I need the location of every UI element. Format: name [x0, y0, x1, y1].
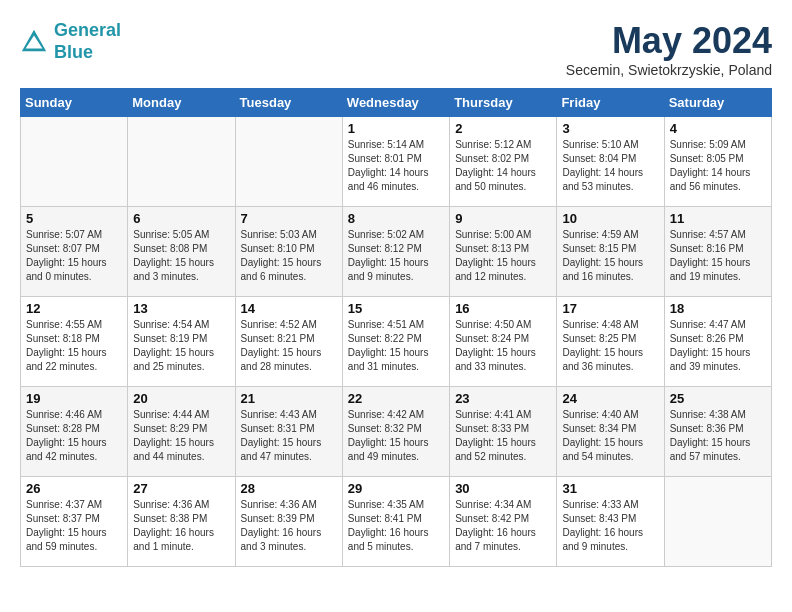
logo: General Blue	[20, 20, 121, 63]
calendar-cell: 5Sunrise: 5:07 AM Sunset: 8:07 PM Daylig…	[21, 207, 128, 297]
day-number: 23	[455, 391, 551, 406]
calendar-cell: 31Sunrise: 4:33 AM Sunset: 8:43 PM Dayli…	[557, 477, 664, 567]
day-number: 26	[26, 481, 122, 496]
calendar-cell: 6Sunrise: 5:05 AM Sunset: 8:08 PM Daylig…	[128, 207, 235, 297]
calendar-week-1: 1Sunrise: 5:14 AM Sunset: 8:01 PM Daylig…	[21, 117, 772, 207]
day-number: 12	[26, 301, 122, 316]
day-info: Sunrise: 4:42 AM Sunset: 8:32 PM Dayligh…	[348, 408, 444, 464]
calendar-cell: 28Sunrise: 4:36 AM Sunset: 8:39 PM Dayli…	[235, 477, 342, 567]
day-info: Sunrise: 5:12 AM Sunset: 8:02 PM Dayligh…	[455, 138, 551, 194]
day-number: 1	[348, 121, 444, 136]
calendar-table: SundayMondayTuesdayWednesdayThursdayFrid…	[20, 88, 772, 567]
calendar-cell: 15Sunrise: 4:51 AM Sunset: 8:22 PM Dayli…	[342, 297, 449, 387]
calendar-cell: 30Sunrise: 4:34 AM Sunset: 8:42 PM Dayli…	[450, 477, 557, 567]
day-number: 20	[133, 391, 229, 406]
day-number: 28	[241, 481, 337, 496]
day-info: Sunrise: 5:14 AM Sunset: 8:01 PM Dayligh…	[348, 138, 444, 194]
logo-line2: Blue	[54, 42, 93, 62]
day-number: 22	[348, 391, 444, 406]
day-info: Sunrise: 4:40 AM Sunset: 8:34 PM Dayligh…	[562, 408, 658, 464]
day-info: Sunrise: 4:35 AM Sunset: 8:41 PM Dayligh…	[348, 498, 444, 554]
calendar-cell: 12Sunrise: 4:55 AM Sunset: 8:18 PM Dayli…	[21, 297, 128, 387]
calendar-cell: 23Sunrise: 4:41 AM Sunset: 8:33 PM Dayli…	[450, 387, 557, 477]
day-info: Sunrise: 4:47 AM Sunset: 8:26 PM Dayligh…	[670, 318, 766, 374]
day-info: Sunrise: 4:34 AM Sunset: 8:42 PM Dayligh…	[455, 498, 551, 554]
day-number: 24	[562, 391, 658, 406]
day-number: 9	[455, 211, 551, 226]
day-info: Sunrise: 4:33 AM Sunset: 8:43 PM Dayligh…	[562, 498, 658, 554]
calendar-cell: 2Sunrise: 5:12 AM Sunset: 8:02 PM Daylig…	[450, 117, 557, 207]
title-block: May 2024 Secemin, Swietokrzyskie, Poland	[566, 20, 772, 78]
day-info: Sunrise: 5:05 AM Sunset: 8:08 PM Dayligh…	[133, 228, 229, 284]
day-number: 15	[348, 301, 444, 316]
day-info: Sunrise: 4:43 AM Sunset: 8:31 PM Dayligh…	[241, 408, 337, 464]
calendar-cell	[235, 117, 342, 207]
day-info: Sunrise: 4:59 AM Sunset: 8:15 PM Dayligh…	[562, 228, 658, 284]
day-number: 8	[348, 211, 444, 226]
day-info: Sunrise: 5:09 AM Sunset: 8:05 PM Dayligh…	[670, 138, 766, 194]
calendar-cell: 17Sunrise: 4:48 AM Sunset: 8:25 PM Dayli…	[557, 297, 664, 387]
calendar-cell: 14Sunrise: 4:52 AM Sunset: 8:21 PM Dayli…	[235, 297, 342, 387]
page-header: General Blue May 2024 Secemin, Swietokrz…	[20, 20, 772, 78]
logo-icon	[20, 28, 48, 56]
day-number: 25	[670, 391, 766, 406]
day-info: Sunrise: 4:38 AM Sunset: 8:36 PM Dayligh…	[670, 408, 766, 464]
day-info: Sunrise: 4:55 AM Sunset: 8:18 PM Dayligh…	[26, 318, 122, 374]
day-number: 5	[26, 211, 122, 226]
logo-line1: General	[54, 20, 121, 40]
day-info: Sunrise: 4:46 AM Sunset: 8:28 PM Dayligh…	[26, 408, 122, 464]
calendar-cell: 29Sunrise: 4:35 AM Sunset: 8:41 PM Dayli…	[342, 477, 449, 567]
day-number: 11	[670, 211, 766, 226]
weekday-header-sunday: Sunday	[21, 89, 128, 117]
weekday-header-wednesday: Wednesday	[342, 89, 449, 117]
logo-text: General Blue	[54, 20, 121, 63]
day-number: 18	[670, 301, 766, 316]
day-info: Sunrise: 4:36 AM Sunset: 8:39 PM Dayligh…	[241, 498, 337, 554]
calendar-week-3: 12Sunrise: 4:55 AM Sunset: 8:18 PM Dayli…	[21, 297, 772, 387]
calendar-week-2: 5Sunrise: 5:07 AM Sunset: 8:07 PM Daylig…	[21, 207, 772, 297]
calendar-cell: 7Sunrise: 5:03 AM Sunset: 8:10 PM Daylig…	[235, 207, 342, 297]
day-info: Sunrise: 5:00 AM Sunset: 8:13 PM Dayligh…	[455, 228, 551, 284]
day-number: 30	[455, 481, 551, 496]
day-number: 16	[455, 301, 551, 316]
day-info: Sunrise: 4:51 AM Sunset: 8:22 PM Dayligh…	[348, 318, 444, 374]
weekday-header-friday: Friday	[557, 89, 664, 117]
weekday-header-saturday: Saturday	[664, 89, 771, 117]
weekday-header-monday: Monday	[128, 89, 235, 117]
day-number: 2	[455, 121, 551, 136]
calendar-cell: 3Sunrise: 5:10 AM Sunset: 8:04 PM Daylig…	[557, 117, 664, 207]
month-title: May 2024	[566, 20, 772, 62]
day-info: Sunrise: 4:57 AM Sunset: 8:16 PM Dayligh…	[670, 228, 766, 284]
calendar-cell: 26Sunrise: 4:37 AM Sunset: 8:37 PM Dayli…	[21, 477, 128, 567]
day-info: Sunrise: 5:10 AM Sunset: 8:04 PM Dayligh…	[562, 138, 658, 194]
calendar-cell	[21, 117, 128, 207]
day-number: 31	[562, 481, 658, 496]
calendar-week-5: 26Sunrise: 4:37 AM Sunset: 8:37 PM Dayli…	[21, 477, 772, 567]
day-info: Sunrise: 5:02 AM Sunset: 8:12 PM Dayligh…	[348, 228, 444, 284]
calendar-week-4: 19Sunrise: 4:46 AM Sunset: 8:28 PM Dayli…	[21, 387, 772, 477]
day-number: 27	[133, 481, 229, 496]
calendar-cell	[128, 117, 235, 207]
calendar-cell: 19Sunrise: 4:46 AM Sunset: 8:28 PM Dayli…	[21, 387, 128, 477]
calendar-cell	[664, 477, 771, 567]
calendar-cell: 24Sunrise: 4:40 AM Sunset: 8:34 PM Dayli…	[557, 387, 664, 477]
day-info: Sunrise: 4:52 AM Sunset: 8:21 PM Dayligh…	[241, 318, 337, 374]
calendar-cell: 11Sunrise: 4:57 AM Sunset: 8:16 PM Dayli…	[664, 207, 771, 297]
day-info: Sunrise: 4:36 AM Sunset: 8:38 PM Dayligh…	[133, 498, 229, 554]
day-number: 7	[241, 211, 337, 226]
calendar-cell: 16Sunrise: 4:50 AM Sunset: 8:24 PM Dayli…	[450, 297, 557, 387]
calendar-cell: 9Sunrise: 5:00 AM Sunset: 8:13 PM Daylig…	[450, 207, 557, 297]
day-info: Sunrise: 4:44 AM Sunset: 8:29 PM Dayligh…	[133, 408, 229, 464]
day-info: Sunrise: 5:03 AM Sunset: 8:10 PM Dayligh…	[241, 228, 337, 284]
day-number: 14	[241, 301, 337, 316]
calendar-cell: 21Sunrise: 4:43 AM Sunset: 8:31 PM Dayli…	[235, 387, 342, 477]
day-info: Sunrise: 5:07 AM Sunset: 8:07 PM Dayligh…	[26, 228, 122, 284]
weekday-header-tuesday: Tuesday	[235, 89, 342, 117]
calendar-cell: 4Sunrise: 5:09 AM Sunset: 8:05 PM Daylig…	[664, 117, 771, 207]
calendar-cell: 8Sunrise: 5:02 AM Sunset: 8:12 PM Daylig…	[342, 207, 449, 297]
day-number: 13	[133, 301, 229, 316]
calendar-cell: 1Sunrise: 5:14 AM Sunset: 8:01 PM Daylig…	[342, 117, 449, 207]
day-number: 6	[133, 211, 229, 226]
weekday-header-thursday: Thursday	[450, 89, 557, 117]
location: Secemin, Swietokrzyskie, Poland	[566, 62, 772, 78]
